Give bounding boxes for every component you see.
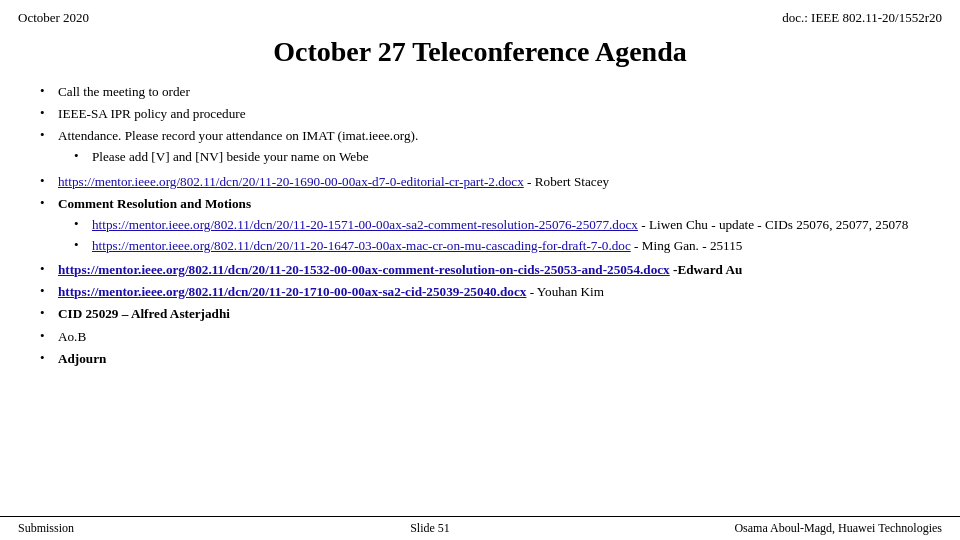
bullet-dot: • bbox=[40, 126, 54, 145]
bullet-dot: • bbox=[40, 260, 54, 279]
link-suffix: -Edward Au bbox=[670, 262, 743, 277]
bullet-dot: • bbox=[74, 215, 88, 234]
cids-25053-link[interactable]: https://mentor.ieee.org/802.11/dcn/20/11… bbox=[58, 262, 670, 277]
list-item: • Comment Resolution and Motions • https… bbox=[40, 194, 920, 257]
aob-text: Ao.B bbox=[58, 327, 920, 346]
bullet-content: https://mentor.ieee.org/802.11/dcn/20/11… bbox=[58, 172, 920, 191]
list-item: • https://mentor.ieee.org/802.11/dcn/20/… bbox=[40, 282, 920, 301]
sub-list: • Please add [V] and [NV] beside your na… bbox=[58, 147, 920, 166]
bullet-dot: • bbox=[40, 172, 54, 191]
cid-25039-link[interactable]: https://mentor.ieee.org/802.11/dcn/20/11… bbox=[58, 284, 526, 299]
bullet-text: Call the meeting to order bbox=[58, 82, 920, 101]
bullet-dot: • bbox=[74, 147, 88, 166]
bullet-dot: • bbox=[40, 194, 54, 213]
main-bullet-list: • Call the meeting to order • IEEE-SA IP… bbox=[40, 82, 920, 368]
bullet-dot: • bbox=[40, 282, 54, 301]
bold-text: Comment Resolution and Motions bbox=[58, 196, 251, 211]
list-item: • https://mentor.ieee.org/802.11/dcn/20/… bbox=[74, 215, 920, 234]
cid-25029-text: CID 25029 – Alfred Asterjadhi bbox=[58, 304, 920, 323]
list-item: • https://mentor.ieee.org/802.11/dcn/20/… bbox=[40, 172, 920, 191]
list-item: • Adjourn bbox=[40, 349, 920, 368]
header-right: doc.: IEEE 802.11-20/1552r20 bbox=[782, 10, 942, 26]
bullet-text: IEEE-SA IPR policy and procedure bbox=[58, 104, 920, 123]
list-item: • Please add [V] and [NV] beside your na… bbox=[74, 147, 920, 166]
sub-suffix-1: - Liwen Chu - update - CIDs 25076, 25077… bbox=[638, 217, 908, 232]
sub-content: https://mentor.ieee.org/802.11/dcn/20/11… bbox=[92, 215, 908, 234]
bullet-content: https://mentor.ieee.org/802.11/dcn/20/11… bbox=[58, 282, 920, 301]
content-area: • Call the meeting to order • IEEE-SA IP… bbox=[0, 82, 960, 368]
link-suffix: - Youhan Kim bbox=[526, 284, 604, 299]
list-item: • https://mentor.ieee.org/802.11/dcn/20/… bbox=[40, 260, 920, 279]
footer-center: Slide 51 bbox=[138, 521, 722, 536]
sub-suffix-2: - Ming Gan. - 25115 bbox=[631, 238, 743, 253]
bullet-text: Attendance. Please record your attendanc… bbox=[58, 126, 920, 168]
sub-list: • https://mentor.ieee.org/802.11/dcn/20/… bbox=[58, 215, 920, 255]
list-item: • Ao.B bbox=[40, 327, 920, 346]
sub-text: Please add [V] and [NV] beside your name… bbox=[92, 147, 369, 166]
footer: Submission Slide 51 Osama Aboul-Magd, Hu… bbox=[0, 516, 960, 540]
list-item: • IEEE-SA IPR policy and procedure bbox=[40, 104, 920, 123]
footer-right: Osama Aboul-Magd, Huawei Technologies bbox=[722, 521, 942, 536]
bullet-dot: • bbox=[74, 236, 88, 255]
list-item: • Call the meeting to order bbox=[40, 82, 920, 101]
link-suffix: - Robert Stacey bbox=[524, 174, 609, 189]
bullet-content: https://mentor.ieee.org/802.11/dcn/20/11… bbox=[58, 260, 920, 279]
list-item: • https://mentor.ieee.org/802.11/dcn/20/… bbox=[74, 236, 920, 255]
bullet-dot: • bbox=[40, 327, 54, 346]
sub-link-2[interactable]: https://mentor.ieee.org/802.11/dcn/20/11… bbox=[92, 238, 631, 253]
adjourn-text: Adjourn bbox=[58, 349, 920, 368]
bullet-dot: • bbox=[40, 104, 54, 123]
list-item: • CID 25029 – Alfred Asterjadhi bbox=[40, 304, 920, 323]
bullet-dot: • bbox=[40, 349, 54, 368]
bullet-dot: • bbox=[40, 304, 54, 323]
bullet-content: Comment Resolution and Motions • https:/… bbox=[58, 194, 920, 257]
footer-left: Submission bbox=[18, 521, 138, 536]
header-left: October 2020 bbox=[18, 10, 89, 26]
bullet-dot: • bbox=[40, 82, 54, 101]
list-item: • Attendance. Please record your attenda… bbox=[40, 126, 920, 168]
editorial-link[interactable]: https://mentor.ieee.org/802.11/dcn/20/11… bbox=[58, 174, 524, 189]
sub-content: https://mentor.ieee.org/802.11/dcn/20/11… bbox=[92, 236, 742, 255]
page-title: October 27 Teleconference Agenda bbox=[273, 36, 686, 67]
sub-link-1[interactable]: https://mentor.ieee.org/802.11/dcn/20/11… bbox=[92, 217, 638, 232]
